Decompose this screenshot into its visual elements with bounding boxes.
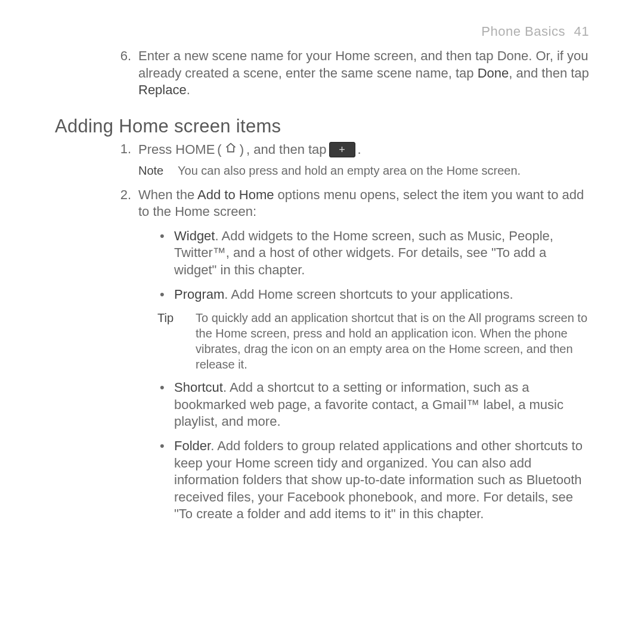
bullet-title: Widget: [174, 228, 215, 243]
step-text: Enter a new scene name for your Home scr…: [138, 48, 589, 99]
list-item: Widget. Add widgets to the Home screen, …: [157, 228, 589, 279]
bullet-text: . Add Home screen shortcuts to your appl…: [224, 287, 513, 302]
step-text: When the Add to Home options menu opens,…: [138, 187, 589, 221]
note-label: Note: [138, 163, 178, 178]
list-item: Shortcut. Add a shortcut to a setting or…: [157, 379, 589, 431]
page-header: Phone Basics 41: [55, 24, 589, 39]
text: Press HOME: [138, 141, 215, 159]
bullet-title: Shortcut: [174, 380, 223, 395]
list-item: Folder. Add folders to group related app…: [157, 438, 589, 523]
tip-text: To quickly add an application shortcut t…: [196, 310, 589, 372]
text: .: [358, 141, 361, 159]
text-bold: Add to Home: [197, 187, 274, 202]
text-bold: Done: [478, 66, 509, 80]
bullet-list: Shortcut. Add a shortcut to a setting or…: [157, 379, 589, 523]
step-text: Press HOME ( ), and then tap + .: [138, 141, 361, 159]
bullet-text: . Add folders to group related applicati…: [174, 438, 583, 521]
note-text: You can also press and hold an empty are…: [178, 163, 521, 178]
section-heading: Adding Home screen items: [55, 116, 589, 137]
bullet-title: Folder: [174, 438, 210, 453]
text: , and then tap: [509, 66, 589, 80]
step-2: 2. When the Add to Home options menu ope…: [118, 187, 589, 530]
step-number: 1.: [118, 141, 138, 159]
page-number: 41: [574, 24, 589, 39]
bullet-list: Widget. Add widgets to the Home screen, …: [157, 228, 589, 303]
step-number: 6.: [118, 48, 138, 99]
note: Note You can also press and hold an empt…: [138, 163, 589, 178]
tip-label: Tip: [157, 310, 196, 372]
bullet-text: . Add a shortcut to a setting or informa…: [174, 380, 564, 429]
step-6: 6. Enter a new scene name for your Home …: [118, 48, 589, 99]
bullet-text: . Add widgets to the Home screen, such a…: [174, 228, 553, 277]
text: When the: [138, 187, 197, 202]
text-bold: Replace: [138, 82, 187, 97]
list-item: Program. Add Home screen shortcuts to yo…: [157, 286, 589, 304]
tip: Tip To quickly add an application shortc…: [157, 310, 589, 372]
home-icon: [224, 141, 237, 159]
step-number: 2.: [118, 187, 138, 530]
text: (: [217, 141, 221, 159]
chapter-title: Phone Basics: [481, 24, 565, 39]
plus-button-icon: +: [329, 142, 355, 157]
text: ): [240, 141, 244, 159]
text: , and then tap: [246, 141, 327, 159]
step-1: 1. Press HOME ( ), and then tap + .: [118, 141, 589, 159]
text: .: [187, 82, 190, 97]
bullet-title: Program: [174, 287, 224, 302]
